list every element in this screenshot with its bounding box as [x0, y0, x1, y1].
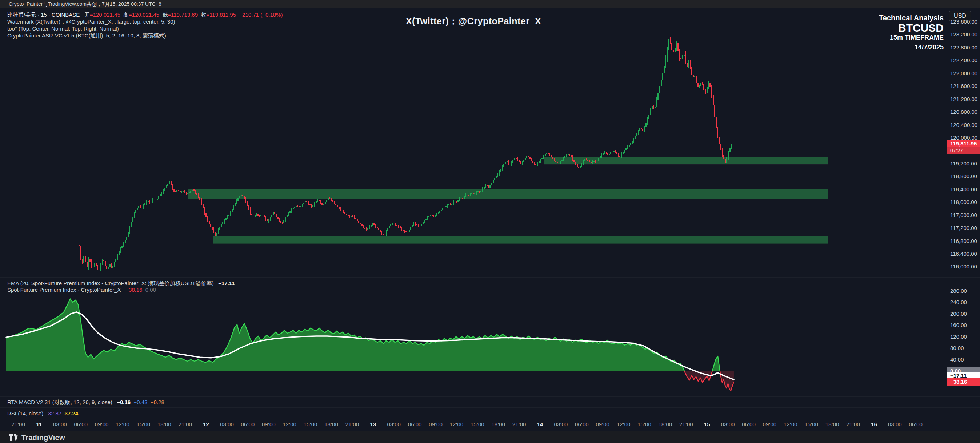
price-axis-label: 122,800.00 — [950, 45, 977, 51]
time-axis-label: 15:00 — [471, 421, 484, 427]
macd-value-3: −0.28 — [151, 399, 164, 405]
price-axis-label: 116,000.00 — [950, 263, 977, 270]
analysis-label: Technical Analysis — [879, 13, 943, 23]
price-axis-label: 120,800.00 — [950, 109, 977, 115]
tradingview-screenshot: Crypto_Painter与TradingView.com共创，7月15, 2… — [0, 0, 980, 443]
date-label: 14/7/2025 — [879, 43, 943, 53]
time-axis-label: 21:00 — [512, 421, 526, 427]
tradingview-logo-text: TradingView — [21, 433, 65, 442]
time-axis-day-label: 14 — [537, 421, 543, 427]
time-axis-label: 06:00 — [909, 421, 923, 427]
time-axis-label: 12:00 — [784, 421, 797, 427]
time-axis-day-label: 15 — [704, 421, 710, 427]
analysis-info-block: Technical Analysis BTCUSD 15m TIMEFRAME … — [879, 13, 943, 53]
time-axis-label: 15:00 — [804, 421, 818, 427]
time-axis-label: 12:00 — [116, 421, 129, 427]
time-axis-label: 03:00 — [888, 421, 902, 427]
time-axis-label: 15:00 — [638, 421, 651, 427]
tradingview-logo[interactable]: TradingView — [9, 433, 65, 442]
rsi-title: RSI (14, close) — [7, 410, 43, 416]
time-axis-label: 18:00 — [826, 421, 839, 427]
time-axis-label: 18:00 — [659, 421, 672, 427]
ema-legend-value: −17.11 — [218, 280, 235, 286]
symbol-watermark: BTCUSD — [879, 23, 943, 33]
price-axis-label: 123,200.00 — [950, 31, 977, 38]
ema-legend-text: EMA (20, Spot-Furture Premium Index - Cr… — [7, 280, 214, 286]
asr-study-row[interactable]: CryptoPainter ASR-VC v1.5 (BTC(通用), 5, 2… — [7, 32, 283, 38]
price-axis-label: 120,400.00 — [950, 122, 977, 128]
watermark-title: X(Twitter)：@CryptoPainter_X — [0, 15, 947, 27]
indicator-axis-label: 120.00 — [950, 333, 967, 340]
rsi-value-1: 32.87 — [48, 410, 62, 416]
rsi-value-2: 37.24 — [65, 410, 78, 416]
macd-value-2: −0.43 — [134, 399, 148, 405]
time-axis-label: 12:00 — [450, 421, 464, 427]
time-axis-label: 21:00 — [11, 421, 25, 427]
macd-title: RTA MACD V2.31 (对数版, 12, 26, 9, close) — [7, 399, 112, 405]
time-axis-label: 21:00 — [178, 421, 192, 427]
time-axis-label: 12:00 — [617, 421, 630, 427]
time-axis-label: 09:00 — [95, 421, 109, 427]
price-axis-label: 118,800.00 — [950, 173, 977, 180]
indicator-axis-label: 280.00 — [950, 288, 967, 294]
price-axis-label: 118,000.00 — [950, 199, 977, 206]
time-axis-label: 21:00 — [679, 421, 693, 427]
timeframe-label: 15m TIMEFRAME — [879, 33, 943, 43]
price-axis-label: 116,800.00 — [950, 238, 977, 244]
premium-legend-text: Spot-Furture Premium Index - CryptoPaint… — [7, 287, 121, 293]
price-axis-label: 122,000.00 — [950, 70, 977, 77]
price-axis-label: 122,400.00 — [950, 57, 977, 64]
macd-indicator-row[interactable]: RTA MACD V2.31 (对数版, 12, 26, 9, close) −… — [7, 399, 164, 406]
time-axis-label: 18:00 — [325, 421, 338, 427]
premium-legend-zero: 0.00 — [145, 287, 156, 293]
price-axis-label: 119,200.00 — [950, 160, 977, 167]
header-bar: Crypto_Painter与TradingView.com共创，7月15, 2… — [0, 0, 980, 8]
time-axis-day-label: 11 — [36, 421, 42, 427]
time-axis-label: 09:00 — [763, 421, 777, 427]
time-axis-label: 15:00 — [137, 421, 151, 427]
indicator-axis-label: 200.00 — [950, 311, 967, 317]
time-axis-label: 06:00 — [241, 421, 255, 427]
macd-value-1: −0.16 — [117, 399, 130, 405]
time-axis-label: 06:00 — [408, 421, 422, 427]
price-axis-label: 121,200.00 — [950, 96, 977, 102]
chart-canvas[interactable] — [0, 0, 980, 443]
rsi-indicator-row[interactable]: RSI (14, close) 32.87 37.24 — [7, 410, 78, 416]
time-axis-label: 18:00 — [491, 421, 505, 427]
time-axis-label: 03:00 — [220, 421, 234, 427]
time-axis-label: 21:00 — [345, 421, 359, 427]
price-axis-label: 117,200.00 — [950, 225, 977, 231]
indicator-axis-label: 80.00 — [950, 345, 964, 351]
time-axis-label: 15:00 — [304, 421, 317, 427]
time-axis-label: 03:00 — [53, 421, 67, 427]
time-axis-label: 18:00 — [158, 421, 171, 427]
tradingview-logo-icon — [9, 433, 18, 442]
time-axis-label: 03:00 — [387, 421, 401, 427]
current-price-value: 119,811.95 — [950, 140, 980, 147]
time-axis-label: 06:00 — [742, 421, 756, 427]
time-axis-label: 03:00 — [554, 421, 568, 427]
premium-pane-legend: EMA (20, Spot-Furture Premium Index - Cr… — [7, 280, 235, 293]
premium-value-tag: −38.16 — [947, 378, 980, 386]
time-axis-label: 06:00 — [575, 421, 589, 427]
price-axis-label: 123,600.00 — [950, 19, 977, 25]
time-axis-label: 09:00 — [262, 421, 276, 427]
time-axis-day-label: 12 — [203, 421, 209, 427]
time-axis-label: 12:00 — [283, 421, 296, 427]
bottom-band — [0, 431, 980, 443]
time-axis-label: 03:00 — [721, 421, 735, 427]
indicator-axis-label: 40.00 — [950, 357, 964, 363]
premium-legend-row[interactable]: Spot-Furture Premium Index - CryptoPaint… — [7, 287, 235, 293]
indicator-axis-label: 240.00 — [950, 299, 967, 306]
time-axis-day-label: 13 — [370, 421, 376, 427]
time-axis-label: 09:00 — [429, 421, 442, 427]
price-axis-label: 116,400.00 — [950, 250, 977, 257]
bar-countdown: 07:27 — [947, 147, 980, 154]
time-axis-label: 09:00 — [596, 421, 609, 427]
price-axis-label: 118,400.00 — [950, 186, 977, 193]
premium-legend-value: −38.16 — [126, 287, 142, 293]
indicator-axis-label: 160.00 — [950, 322, 967, 328]
header-text: Crypto_Painter与TradingView.com共创，7月15, 2… — [9, 1, 161, 7]
current-price-tag: 119,811.95 07:27 — [947, 140, 980, 154]
ema-legend-row[interactable]: EMA (20, Spot-Furture Premium Index - Cr… — [7, 280, 235, 287]
